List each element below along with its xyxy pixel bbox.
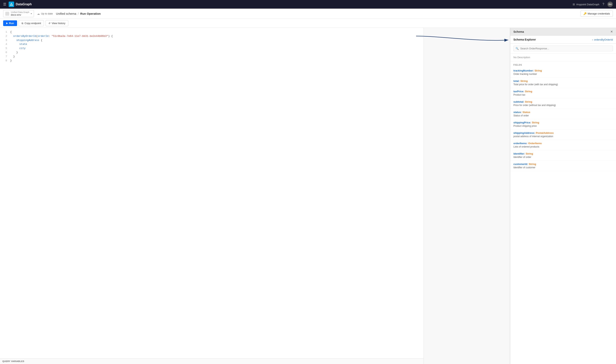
field-description: Price for order (without tax and shippin… bbox=[513, 104, 613, 106]
schema-field-item[interactable]: orderItems: OrderItemsLists of ordered p… bbox=[510, 140, 616, 150]
main-content: 1{2 ordersByOrderId(orderId: "51c0ba3a-7… bbox=[0, 28, 616, 364]
code-line: 7 } bbox=[0, 55, 423, 59]
field-name: customerId: String bbox=[513, 163, 613, 166]
copy-endpoint-button[interactable]: ⧉ Copy endpoint bbox=[19, 20, 44, 26]
nav-right: ⊞ Anypoint DataGraph ? DU bbox=[573, 1, 613, 7]
field-description: Order tracking number bbox=[513, 73, 613, 76]
env-label: Unified Data Graph bbox=[11, 11, 29, 13]
schema-explorer-header: Schema Explorer ‹ ordersByOrderId bbox=[510, 36, 616, 44]
run-icon bbox=[6, 22, 8, 24]
breadcrumb: Unified schema / Run Operation bbox=[56, 12, 577, 15]
schema-close-button[interactable]: ✕ bbox=[610, 30, 613, 34]
logo-icon bbox=[9, 1, 14, 7]
schema-title: Schema bbox=[513, 30, 524, 33]
env-chevron-icon: ▾ bbox=[31, 13, 32, 15]
schema-search-input[interactable] bbox=[520, 47, 611, 50]
schema-field-item[interactable]: subtotal: StringPrice for order (without… bbox=[510, 98, 616, 109]
field-description: Identifier of order bbox=[513, 156, 613, 158]
results-panel bbox=[424, 28, 510, 364]
code-line: 6 } bbox=[0, 51, 423, 55]
field-name: taxPrice: String bbox=[513, 90, 613, 93]
schema-field-item[interactable]: customerId: StringIdentifier of customer bbox=[510, 161, 616, 171]
schema-body: No Description FIELDS trackingNumber: St… bbox=[510, 53, 616, 364]
field-name: shippingAddress: PostalAddress bbox=[513, 131, 613, 134]
code-line: 8} bbox=[0, 59, 423, 63]
key-icon: 🔑 bbox=[583, 12, 587, 15]
line-content: shippingAddress { bbox=[10, 39, 42, 42]
schema-header: Schema ✕ bbox=[510, 28, 616, 36]
line-content: } bbox=[10, 55, 15, 59]
line-content: } bbox=[10, 51, 18, 55]
schema-fields-label: FIELDS bbox=[510, 61, 616, 67]
breadcrumb-separator: / bbox=[78, 12, 79, 15]
schema-fields-list: trackingNumber: StringOrder tracking num… bbox=[510, 67, 616, 171]
schema-explorer-title: Schema Explorer bbox=[513, 38, 536, 41]
user-avatar[interactable]: DU bbox=[607, 1, 613, 7]
hamburger-icon[interactable]: ☰ bbox=[3, 2, 6, 6]
schema-field-item[interactable]: trackingNumber: StringOrder tracking num… bbox=[510, 67, 616, 78]
up-to-date-status: ☁ Up to date bbox=[37, 12, 53, 15]
code-editor[interactable]: 1{2 ordersByOrderId(orderId: "51c0ba3a-7… bbox=[0, 28, 423, 358]
search-icon: 🔍 bbox=[516, 47, 519, 50]
field-name: total: String bbox=[513, 79, 613, 82]
schema-no-description: No Description bbox=[510, 53, 616, 61]
schema-field-item[interactable]: shippingAddress: PostalAddresspostal add… bbox=[510, 130, 616, 140]
code-line: 2 ordersByOrderId(orderId: "51c0ba3a-7e6… bbox=[0, 34, 423, 39]
code-line: 1{ bbox=[0, 30, 423, 34]
help-icon[interactable]: ? bbox=[602, 2, 604, 6]
field-description: Product tax bbox=[513, 93, 613, 96]
history-icon: ↺ bbox=[48, 22, 50, 25]
line-content: state bbox=[10, 42, 27, 46]
schema-breadcrumb-link[interactable]: ‹ ordersByOrderId bbox=[592, 38, 613, 41]
run-button[interactable]: Run bbox=[3, 20, 17, 26]
line-content: ordersByOrderId(orderId: "51c0ba3a-7e64-… bbox=[10, 34, 113, 39]
manage-credentials-button[interactable]: 🔑 Manage credentials bbox=[580, 11, 613, 17]
env-info: Unified Data Graph docs-env bbox=[11, 11, 29, 16]
line-number: 2 bbox=[2, 34, 7, 39]
top-nav: ☰ DataGraph ⊞ Anypoint DataGraph ? DU bbox=[0, 0, 616, 9]
app-name: DataGraph bbox=[16, 2, 32, 6]
schema-panel: Schema ✕ Schema Explorer ‹ ordersByOrder… bbox=[510, 28, 616, 364]
line-number: 5 bbox=[2, 46, 7, 51]
line-number: 7 bbox=[2, 55, 7, 59]
line-number: 6 bbox=[2, 51, 7, 55]
schema-chevron-icon: ‹ bbox=[592, 38, 593, 41]
search-wrap: 🔍 bbox=[513, 46, 613, 51]
schema-search-area: 🔍 bbox=[510, 44, 616, 53]
toolbar: Run ⧉ Copy endpoint ↺ View history bbox=[0, 19, 616, 28]
anypoint-label: ⊞ Anypoint DataGraph bbox=[573, 3, 599, 6]
view-history-button[interactable]: ↺ View history bbox=[45, 20, 68, 26]
env-selector[interactable]: Unified Data Graph docs-env ▾ bbox=[3, 10, 34, 17]
copy-icon: ⧉ bbox=[22, 22, 23, 25]
breadcrumb-current: Run Operation bbox=[80, 12, 101, 15]
field-description: postal address of internal organization bbox=[513, 135, 613, 138]
query-variables-bar: QUERY VARIABLES bbox=[0, 358, 423, 364]
code-line: 4 state bbox=[0, 42, 423, 46]
schema-field-item[interactable]: shippingPrice: StringProduct shipping pr… bbox=[510, 119, 616, 130]
app-logo: DataGraph bbox=[9, 1, 32, 7]
field-description: Status of order bbox=[513, 114, 613, 117]
field-description: Product shipping price bbox=[513, 125, 613, 127]
field-name: orderItems: OrderItems bbox=[513, 142, 613, 145]
sub-header: Unified Data Graph docs-env ▾ ☁ Up to da… bbox=[0, 9, 616, 19]
schema-field-item[interactable]: taxPrice: StringProduct tax bbox=[510, 88, 616, 98]
field-name: status: Status bbox=[513, 111, 613, 114]
field-description: Lists of ordered products bbox=[513, 145, 613, 148]
line-number: 1 bbox=[2, 30, 7, 34]
line-content: { bbox=[10, 30, 12, 34]
env-name: docs-env bbox=[11, 13, 29, 16]
editor-panel: 1{2 ordersByOrderId(orderId: "51c0ba3a-7… bbox=[0, 28, 424, 364]
schema-field-item[interactable]: status: StatusStatus of order bbox=[510, 109, 616, 119]
line-number: 8 bbox=[2, 59, 7, 63]
field-name: subtotal: String bbox=[513, 100, 613, 103]
field-name: trackingNumber: String bbox=[513, 69, 613, 72]
code-line: 3 shippingAddress { bbox=[0, 39, 423, 42]
schema-field-item[interactable]: identifier: StringIdentifier of order bbox=[510, 150, 616, 161]
field-description: Total price for order (with tax and ship… bbox=[513, 83, 613, 86]
schema-field-item[interactable]: total: StringTotal price for order (with… bbox=[510, 78, 616, 88]
code-line: 5 city bbox=[0, 46, 423, 51]
field-name: identifier: String bbox=[513, 152, 613, 155]
field-description: Identifier of customer bbox=[513, 166, 613, 169]
line-number: 3 bbox=[2, 39, 7, 42]
line-content: city bbox=[10, 46, 26, 51]
